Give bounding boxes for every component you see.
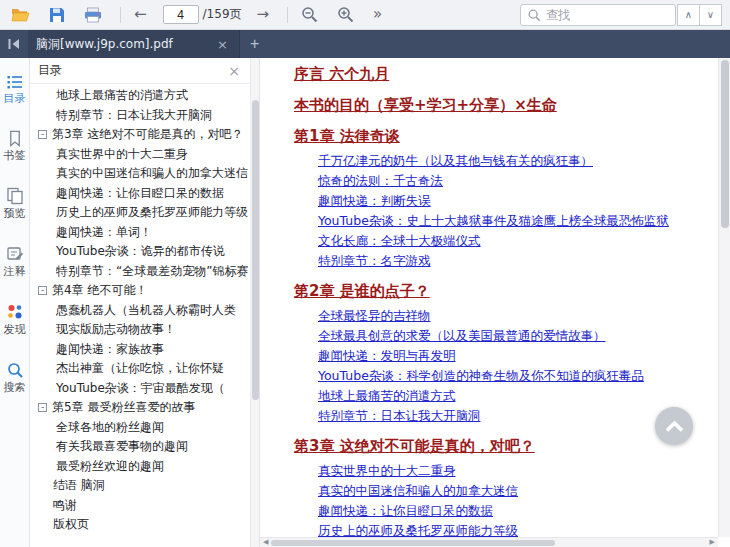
page-toc-link[interactable]: 全球最怪异的吉祥物 xyxy=(318,306,708,326)
page-heading-link[interactable]: 本书的目的（享受+学习+分享）×生命 xyxy=(294,95,708,116)
page-toc-link[interactable]: 真实的中国迷信和骗人的加拿大迷信 xyxy=(318,481,708,501)
page-heading-link[interactable]: 第2章 是谁的点子？ xyxy=(294,281,708,302)
page-toc-link[interactable]: 趣闻快递：判断失误 xyxy=(318,191,708,211)
page-toc-link[interactable]: 千万亿津元的奶牛（以及其他与钱有关的疯狂事） xyxy=(318,151,708,171)
page-toc-link[interactable]: 特别章节：日本让我大开脑洞 xyxy=(318,406,708,426)
page-toc-link[interactable]: 惊奇的法则：千古奇法 xyxy=(318,171,708,191)
tab-title: 脑洞[www.j9p.com].pdf xyxy=(36,36,214,53)
collapse-panel-icon[interactable] xyxy=(0,30,28,58)
sidebar-item-toc[interactable]: 目录 xyxy=(4,74,26,105)
sidebar-label: 目录 xyxy=(4,93,26,105)
tab-bar: 脑洞[www.j9p.com].pdf × + xyxy=(0,30,730,58)
sidebar-item-search[interactable]: 搜索 xyxy=(4,361,26,394)
toc-item[interactable]: 现实版励志动物故事！ xyxy=(30,320,250,340)
horizontal-scrollbar-thumb[interactable] xyxy=(271,540,555,546)
more-tools-button[interactable]: » xyxy=(370,5,385,24)
sidebar-label: 发现 xyxy=(4,324,26,336)
toc-item[interactable]: 特别章节：日本让我大开脑洞 xyxy=(30,106,250,126)
save-button[interactable] xyxy=(46,5,68,25)
toc-item[interactable]: 版权页 xyxy=(30,515,250,535)
page-toc-link[interactable]: 特别章节：名字游戏 xyxy=(318,251,708,271)
page-number-input[interactable] xyxy=(163,5,199,24)
page-toc-link[interactable]: YouTube杂谈：史上十大越狱事件及猫途鹰上榜全球最恐怖监狱 xyxy=(318,211,708,231)
page-toc-link[interactable]: 历史上的巫师及桑托罗巫师能力等级 xyxy=(318,521,708,537)
sidebar-item-thumbnails[interactable]: 预览 xyxy=(4,187,26,220)
collapse-icon[interactable]: - xyxy=(38,403,47,412)
toc-item-label: 地球上最痛苦的消遣方式 xyxy=(56,86,188,106)
scroll-left-icon[interactable]: ◀ xyxy=(260,539,271,546)
page-total-label: /159页 xyxy=(203,6,242,23)
find-next-button[interactable]: ∨ xyxy=(699,4,722,26)
toc-item-label: 结语 脑洞 xyxy=(53,476,105,496)
toc-item[interactable]: 真实的中国迷信和骗人的加拿大迷信 xyxy=(30,164,250,184)
toc-item[interactable]: 历史上的巫师及桑托罗巫师能力等级 xyxy=(30,203,250,223)
collapse-icon[interactable]: - xyxy=(38,286,47,295)
new-tab-button[interactable]: + xyxy=(240,30,269,58)
toc-item[interactable]: -第3章 这绝对不可能是真的，对吧？ xyxy=(30,125,250,145)
toc-item[interactable]: 全球各地的粉丝趣闻 xyxy=(30,418,250,438)
vertical-scrollbar-thumb[interactable] xyxy=(721,60,729,228)
prev-page-button[interactable]: ← xyxy=(131,5,150,24)
toc-item-label: 特别章节：日本让我大开脑洞 xyxy=(56,106,212,126)
find-box[interactable] xyxy=(520,4,676,26)
zoom-in-icon xyxy=(337,6,354,23)
toc-item[interactable]: 结语 脑洞 xyxy=(30,476,250,496)
open-file-button[interactable] xyxy=(8,5,33,24)
toc-item[interactable]: 趣闻快递：单词！ xyxy=(30,223,250,243)
toc-item[interactable]: 鸣谢 xyxy=(30,496,250,516)
page-heading-link[interactable]: 序言 六个九月 xyxy=(294,64,708,85)
zoom-in-button[interactable] xyxy=(334,4,357,25)
zoom-out-button[interactable] xyxy=(298,4,321,25)
page-toc-link[interactable]: 地球上最痛苦的消遣方式 xyxy=(318,386,708,406)
sidebar-item-annotations[interactable]: 注释 xyxy=(4,245,26,278)
sidebar-item-bookmarks[interactable]: 书签 xyxy=(4,130,26,162)
back-to-top-button[interactable] xyxy=(655,407,693,445)
vertical-scrollbar[interactable] xyxy=(718,58,730,537)
toc-panel-scrollbar[interactable] xyxy=(250,58,260,547)
toc-item[interactable]: 真实世界中的十大二重身 xyxy=(30,145,250,165)
toc-panel: 目录 × 地球上最痛苦的消遣方式特别章节：日本让我大开脑洞-第3章 这绝对不可能… xyxy=(30,58,250,547)
toc-item[interactable]: YouTube杂谈：宇宙最酷发现（ xyxy=(30,379,250,399)
toc-item-label: 全球各地的粉丝趣闻 xyxy=(56,418,164,438)
floppy-disk-icon xyxy=(49,7,65,23)
page-toc-link[interactable]: YouTube杂谈：科学创造的神奇生物及你不知道的疯狂毒品 xyxy=(318,366,708,386)
page-heading-link[interactable]: 第3章 这绝对不可能是真的，对吧？ xyxy=(294,436,708,457)
toc-panel-scrollbar-thumb[interactable] xyxy=(252,100,259,400)
print-button[interactable] xyxy=(81,5,105,25)
toc-item[interactable]: 趣闻快递：家族故事 xyxy=(30,340,250,360)
toc-item[interactable]: 最受粉丝欢迎的趣闻 xyxy=(30,457,250,477)
toc-panel-header: 目录 × xyxy=(30,58,250,84)
toc-item[interactable]: 地球上最痛苦的消遣方式 xyxy=(30,86,250,106)
toc-item-label: 真实的中国迷信和骗人的加拿大迷信 xyxy=(56,164,248,184)
collapse-icon[interactable]: - xyxy=(38,130,47,139)
toc-item[interactable]: 杰出神童（让你吃惊，让你怀疑 xyxy=(30,359,250,379)
scroll-right-icon[interactable]: ▶ xyxy=(707,539,718,546)
toc-list-icon xyxy=(6,74,24,90)
next-page-button[interactable]: → xyxy=(254,5,273,24)
toc-item[interactable]: YouTube杂谈：诡异的都市传说 xyxy=(30,242,250,262)
tab-close-icon[interactable]: × xyxy=(214,37,231,52)
toc-item-label: 特别章节：“全球最差劲宠物”锦标赛 xyxy=(56,262,248,282)
toolbar: ← /159页 → » xyxy=(0,0,730,30)
page-heading-link[interactable]: 第1章 法律奇谈 xyxy=(294,126,708,147)
toc-item[interactable]: 特别章节：“全球最差劲宠物”锦标赛 xyxy=(30,262,250,282)
find-input[interactable] xyxy=(546,8,669,22)
page-toc-link[interactable]: 趣闻快递：发明与再发明 xyxy=(318,346,708,366)
find-previous-button[interactable]: ∧ xyxy=(677,4,700,26)
page-toc-link[interactable]: 趣闻快递：让你目瞪口呆的数据 xyxy=(318,501,708,521)
toc-item[interactable]: -第5章 最受粉丝喜爱的故事 xyxy=(30,398,250,418)
horizontal-scrollbar[interactable]: ◀ ▶ xyxy=(260,537,718,547)
toc-item[interactable]: 愚蠢机器人（当机器人称霸时人类 xyxy=(30,301,250,321)
page-toc-link[interactable]: 真实世界中的十大二重身 xyxy=(318,461,708,481)
annotation-icon xyxy=(6,245,24,263)
toc-item[interactable]: 趣闻快递：让你目瞪口呆的数据 xyxy=(30,184,250,204)
document-tab[interactable]: 脑洞[www.j9p.com].pdf × xyxy=(28,30,240,58)
search-icon xyxy=(6,361,24,379)
sidebar-item-discover[interactable]: 发现 xyxy=(4,303,26,336)
toc-item[interactable]: -第4章 绝不可能！ xyxy=(30,281,250,301)
toc-item[interactable]: 有关我最喜爱事物的趣闻 xyxy=(30,437,250,457)
page-toc-link[interactable]: 文化长廊：全球十大极端仪式 xyxy=(318,231,708,251)
page-toc-link[interactable]: 全球最具创意的求爱（以及美国最普通的爱情故事） xyxy=(318,326,708,346)
panel-close-icon[interactable]: × xyxy=(226,63,242,79)
sidebar: 目录 书签 预览 注释 xyxy=(0,58,30,547)
